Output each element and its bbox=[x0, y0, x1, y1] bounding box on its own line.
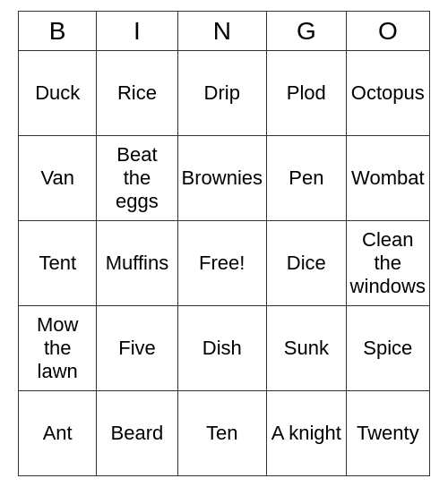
cell-r1-c1: Beat the eggs bbox=[97, 136, 177, 221]
cell-r2-c4: Clean the windows bbox=[346, 221, 429, 306]
header-n: N bbox=[177, 12, 266, 51]
cell-r2-c0: Tent bbox=[19, 221, 97, 306]
cell-r4-c0: Ant bbox=[19, 391, 97, 476]
header-b: B bbox=[19, 12, 97, 51]
cell-r3-c1: Five bbox=[97, 306, 177, 391]
cell-r4-c2: Ten bbox=[177, 391, 266, 476]
cell-r2-c2: Free! bbox=[177, 221, 266, 306]
cell-r0-c4: Octopus bbox=[346, 51, 429, 136]
cell-r3-c0: Mow the lawn bbox=[19, 306, 97, 391]
cell-r2-c1: Muffins bbox=[97, 221, 177, 306]
cell-r1-c3: Pen bbox=[267, 136, 347, 221]
bingo-card: B I N G O DuckRiceDripPlodOctopusVanBeat… bbox=[18, 11, 430, 476]
header-o: O bbox=[346, 12, 429, 51]
cell-r0-c3: Plod bbox=[267, 51, 347, 136]
cell-r2-c3: Dice bbox=[267, 221, 347, 306]
header-g: G bbox=[267, 12, 347, 51]
header-i: I bbox=[97, 12, 177, 51]
bingo-table: B I N G O DuckRiceDripPlodOctopusVanBeat… bbox=[18, 11, 430, 476]
cell-r3-c4: Spice bbox=[346, 306, 429, 391]
cell-r0-c0: Duck bbox=[19, 51, 97, 136]
cell-r0-c1: Rice bbox=[97, 51, 177, 136]
cell-r1-c4: Wombat bbox=[346, 136, 429, 221]
cell-r3-c2: Dish bbox=[177, 306, 266, 391]
cell-r1-c2: Brownies bbox=[177, 136, 266, 221]
cell-r0-c2: Drip bbox=[177, 51, 266, 136]
cell-r1-c0: Van bbox=[19, 136, 97, 221]
cell-r4-c1: Beard bbox=[97, 391, 177, 476]
cell-r3-c3: Sunk bbox=[267, 306, 347, 391]
cell-r4-c3: A knight bbox=[267, 391, 347, 476]
cell-r4-c4: Twenty bbox=[346, 391, 429, 476]
